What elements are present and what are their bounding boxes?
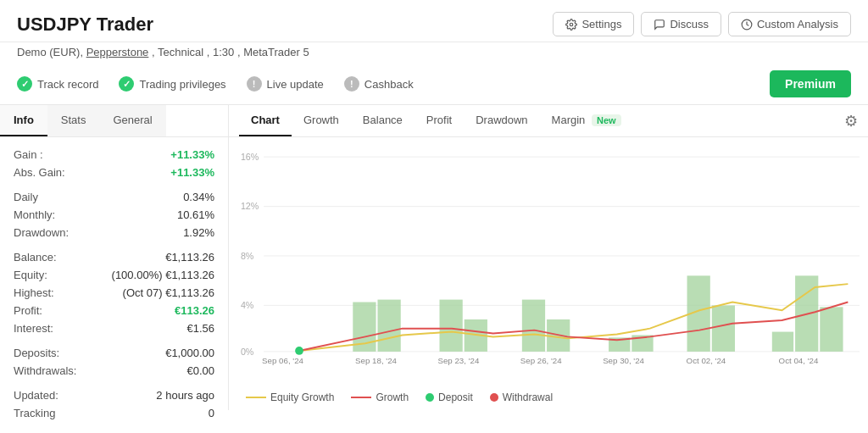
svg-text:0%: 0% xyxy=(241,347,254,357)
tab-growth[interactable]: Growth xyxy=(292,105,351,136)
deposits-label: Deposits: xyxy=(14,347,59,359)
info-icon-cashback: ! xyxy=(344,76,359,92)
info-table: Gain : +11.33% Abs. Gain: +11.33% Daily … xyxy=(0,137,228,430)
chart-legend: Equity Growth Growth Deposit Withdrawal xyxy=(229,386,868,410)
left-tabs: Info Stats General xyxy=(0,105,228,137)
svg-text:Sep 18, '24: Sep 18, '24 xyxy=(355,356,397,365)
interest-label: Interest: xyxy=(14,322,53,335)
highest-value: (Oct 07) €1,113.26 xyxy=(123,286,214,299)
withdrawals-value: €0.00 xyxy=(186,364,214,377)
svg-rect-22 xyxy=(712,305,735,352)
clock-icon xyxy=(741,19,753,31)
deposit-dot xyxy=(426,393,434,402)
gain-value: +11.33% xyxy=(170,148,214,161)
growth-line xyxy=(351,397,371,398)
gear-icon xyxy=(565,19,577,31)
withdrawals-label: Withdrawals: xyxy=(14,364,76,377)
svg-rect-17 xyxy=(522,300,545,352)
drawdown-value: 1.92% xyxy=(183,226,214,239)
svg-rect-25 xyxy=(820,307,843,352)
chart-tabs: Chart Growth Balance Profit Drawdown Mar… xyxy=(229,105,868,137)
withdrawal-label: Withdrawal xyxy=(503,391,553,403)
legend-deposit: Deposit xyxy=(426,391,473,403)
svg-text:12%: 12% xyxy=(241,201,259,211)
svg-text:Sep 30, '24: Sep 30, '24 xyxy=(603,356,644,365)
info-row-deposits: Deposits: €1,000.00 xyxy=(14,344,214,362)
subtitle: Demo (EUR), Pepperstone , Technical , 1:… xyxy=(0,42,868,65)
deposits-value: €1,000.00 xyxy=(165,347,214,359)
tab-drawdown[interactable]: Drawdown xyxy=(464,105,539,136)
info-row-highest: Highest: (Oct 07) €1,113.26 xyxy=(14,284,214,302)
custom-analysis-label: Custom Analysis xyxy=(757,18,838,31)
svg-rect-15 xyxy=(440,300,463,352)
live-update-label: Live update xyxy=(267,78,324,91)
tab-balance[interactable]: Balance xyxy=(351,105,415,136)
info-row-updated: Updated: 2 hours ago xyxy=(14,386,214,404)
settings-label: Settings xyxy=(581,18,621,31)
status-cashback: ! Cashback xyxy=(344,76,414,92)
deposit-label: Deposit xyxy=(438,391,473,403)
svg-text:4%: 4% xyxy=(241,300,254,310)
svg-text:16%: 16% xyxy=(241,152,259,162)
gain-label: Gain : xyxy=(14,148,43,161)
balance-label: Balance: xyxy=(14,251,57,264)
info-row-interest: Interest: €1.56 xyxy=(14,319,214,337)
status-trading-privileges: Trading privileges xyxy=(119,76,225,92)
new-badge: New xyxy=(592,114,621,126)
left-panel: Info Stats General Gain : +11.33% Abs. G… xyxy=(0,105,229,410)
daily-label: Daily xyxy=(14,191,38,203)
info-icon-live: ! xyxy=(247,76,262,92)
abs-gain-label: Abs. Gain: xyxy=(14,166,65,179)
svg-rect-14 xyxy=(377,300,400,352)
svg-rect-23 xyxy=(772,332,793,352)
info-row-monthly: Monthly: 10.61% xyxy=(14,206,214,224)
highest-label: Highest: xyxy=(14,286,54,299)
abs-gain-value: +11.33% xyxy=(170,166,214,179)
broker-link[interactable]: Pepperstone xyxy=(86,46,149,58)
status-track-record: Track record xyxy=(17,76,98,92)
tab-margin[interactable]: Margin New xyxy=(540,105,633,136)
svg-text:Oct 02, '24: Oct 02, '24 xyxy=(687,356,726,365)
tab-profit[interactable]: Profit xyxy=(415,105,464,136)
info-row-tracking: Tracking 0 xyxy=(14,404,214,422)
equity-growth-line xyxy=(246,397,266,398)
info-row-drawdown: Drawdown: 1.92% xyxy=(14,224,214,241)
equity-label: Equity: xyxy=(14,269,47,281)
info-row-profit: Profit: €113.26 xyxy=(14,302,214,319)
discuss-button[interactable]: Discuss xyxy=(641,12,721,36)
interest-value: €1.56 xyxy=(186,322,214,335)
custom-analysis-button[interactable]: Custom Analysis xyxy=(728,12,851,36)
legend-growth: Growth xyxy=(351,391,409,403)
svg-text:Sep 06, '24: Sep 06, '24 xyxy=(262,356,303,365)
updated-value: 2 hours ago xyxy=(156,389,214,402)
tab-general[interactable]: General xyxy=(99,105,165,136)
equity-growth-label: Equity Growth xyxy=(270,391,334,403)
tracking-label: Tracking xyxy=(14,407,55,419)
info-row-balance: Balance: €1,113.26 xyxy=(14,248,214,266)
legend-withdrawal: Withdrawal xyxy=(490,391,553,403)
discuss-icon xyxy=(654,19,665,31)
status-bar: Track record Trading privileges ! Live u… xyxy=(0,65,868,105)
tab-stats[interactable]: Stats xyxy=(47,105,100,136)
settings-button[interactable]: Settings xyxy=(553,12,634,36)
filter-icon[interactable]: ⚙ xyxy=(844,112,858,130)
premium-button[interactable]: Premium xyxy=(770,70,851,97)
withdrawal-dot xyxy=(490,393,498,402)
svg-text:Sep 26, '24: Sep 26, '24 xyxy=(520,356,562,365)
tab-info[interactable]: Info xyxy=(0,105,47,136)
right-panel: Chart Growth Balance Profit Drawdown Mar… xyxy=(229,105,868,410)
status-live-update: ! Live update xyxy=(247,76,324,92)
info-row-gain: Gain : +11.33% xyxy=(14,146,214,164)
svg-point-0 xyxy=(570,23,574,26)
track-record-label: Track record xyxy=(37,78,98,91)
cashback-label: Cashback xyxy=(364,78,414,91)
info-row-abs-gain: Abs. Gain: +11.33% xyxy=(14,164,214,181)
info-row-daily: Daily 0.34% xyxy=(14,188,214,206)
main-content: Info Stats General Gain : +11.33% Abs. G… xyxy=(0,105,868,410)
trading-privileges-label: Trading privileges xyxy=(139,78,225,91)
tab-chart[interactable]: Chart xyxy=(239,105,292,136)
check-icon-track xyxy=(17,76,32,92)
svg-text:8%: 8% xyxy=(241,251,254,261)
growth-label: Growth xyxy=(376,391,409,403)
discuss-label: Discuss xyxy=(670,18,709,31)
